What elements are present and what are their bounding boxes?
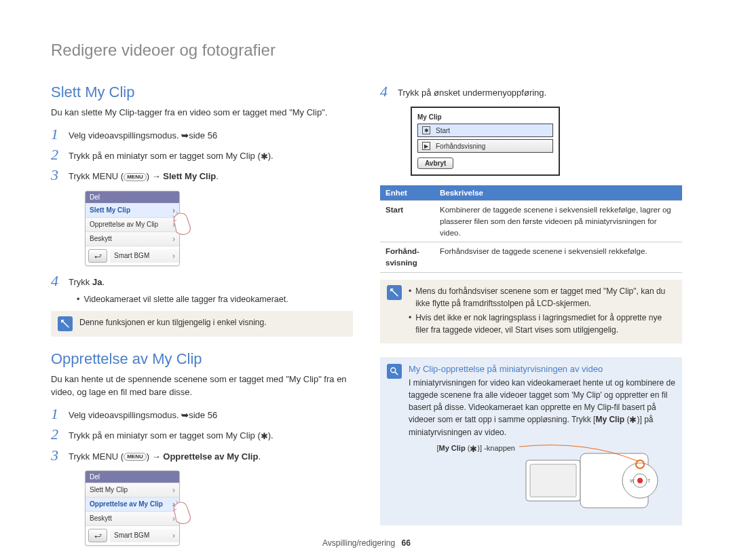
svg-rect-3 bbox=[530, 464, 576, 497]
table-cell-key: Forhånd­svisning bbox=[380, 242, 434, 272]
myclip-button-label: [My Clip (✱)] -knappen bbox=[436, 444, 515, 454]
screen-row-start: ✱ Start bbox=[417, 124, 553, 137]
info-box: My Clip-opprettelse på miniatyrvisningen… bbox=[380, 357, 682, 526]
screen-row-label: Forhåndsvisning bbox=[436, 143, 485, 150]
step-number: 2 bbox=[51, 426, 63, 443]
play-icon: ▶ bbox=[422, 142, 430, 150]
step: 1Velg videoavspillingsmodus. ➥side 56 bbox=[51, 126, 353, 143]
table-cell-value: Kombinerer de taggede scenene i sekvensi… bbox=[434, 201, 682, 242]
menu-item: Opprettelse av My Clip› bbox=[86, 218, 179, 232]
step: 2Trykk på en miniatyr som er tagget som … bbox=[51, 426, 353, 443]
menu-item-label: Smart BGM bbox=[114, 252, 149, 259]
menu-item: Beskytt› bbox=[86, 232, 179, 246]
two-column-layout: Slett My Clip Du kan slette My Clip-tagg… bbox=[51, 83, 682, 553]
step-text: Velg videoavspillingsmodus. ➥side 56 bbox=[69, 406, 217, 422]
menu-item-label: Slett My Clip bbox=[90, 206, 130, 214]
step: 2Trykk på en miniatyr som er tagget som … bbox=[51, 147, 353, 163]
step-text: Trykk Ja. bbox=[69, 273, 105, 289]
table-cell-key: Start bbox=[380, 201, 434, 242]
note-list-item: •Mens du forhåndsviser scenene som er ta… bbox=[409, 285, 675, 310]
step-text: Trykk MENU (MENU) → Opprettelse av My Cl… bbox=[69, 447, 261, 464]
note-box-right: •Mens du forhåndsviser scenene som er ta… bbox=[380, 280, 682, 343]
menu-item-label: Opprettelse av My Clip bbox=[90, 500, 163, 508]
note-list-item: •Hvis det ikke er nok lagringsplass i la… bbox=[409, 312, 675, 336]
step-number: 4 bbox=[380, 83, 392, 100]
step-text: Trykk på en miniatyr som er tagget som M… bbox=[69, 426, 274, 443]
page-footer: Avspilling/redigering 66 bbox=[0, 538, 733, 548]
menu-item: Beskytt› bbox=[86, 512, 179, 526]
bullet-dot-icon: • bbox=[409, 312, 411, 336]
step-number: 4 bbox=[51, 273, 63, 289]
svg-point-7 bbox=[637, 478, 643, 483]
menu-header: Del bbox=[86, 471, 179, 483]
step: 3Trykk MENU (MENU) → Slett My Clip. bbox=[51, 167, 353, 183]
screen-row-label: Start bbox=[436, 127, 450, 134]
svg-text:T: T bbox=[647, 479, 651, 483]
menu-item: Opprettelse av My Clip› bbox=[86, 498, 179, 512]
table-cell-value: Forhåndsviser de taggede scenene i sekve… bbox=[434, 242, 682, 272]
step-text: Velg videoavspillingsmodus. ➥side 56 bbox=[69, 126, 217, 143]
note-text: Denne funksjonen er kun tilgjengelig i e… bbox=[79, 316, 267, 329]
step-text: Trykk på en miniatyr som er tagget som M… bbox=[69, 147, 274, 163]
svg-point-0 bbox=[391, 367, 396, 372]
menu-header: Del bbox=[86, 191, 179, 204]
note-box-slett: Denne funksjonen er kun tilgjengelig i e… bbox=[51, 311, 353, 337]
table-row: StartKombinerer de taggede scenene i sek… bbox=[380, 201, 682, 242]
svg-line-1 bbox=[395, 371, 398, 374]
menu-item: Slett My Clip› bbox=[86, 483, 179, 498]
table-header-desc: Beskrivelse bbox=[434, 185, 682, 201]
menu-item-label: Beskytt bbox=[90, 235, 112, 242]
screen-cancel-button: Avbryt bbox=[417, 157, 453, 169]
menu-item: Smart BGM› bbox=[110, 249, 179, 263]
menu-item-label: Opprettelse av My Clip bbox=[90, 221, 158, 228]
chevron-right-icon: › bbox=[172, 485, 175, 495]
svg-text:W: W bbox=[630, 479, 635, 483]
magnifier-icon bbox=[387, 364, 402, 379]
step-4-right: 4 Trykk på ønsket undermenyoppføring. bbox=[380, 83, 682, 100]
step-text: Trykk på ønsket undermenyoppføring. bbox=[398, 83, 546, 100]
section-title-slett: Slett My Clip bbox=[51, 83, 353, 101]
description-table: Enhet Beskrivelse StartKombinerer de tag… bbox=[380, 185, 682, 272]
step-number: 1 bbox=[51, 406, 63, 422]
bullet-slett: • Videokameraet vil slette alle tagger f… bbox=[77, 293, 353, 306]
tag-icon: ✱ bbox=[422, 126, 430, 134]
step-number: 1 bbox=[51, 126, 63, 143]
back-button: ⮐ bbox=[88, 249, 107, 263]
right-column: 4 Trykk på ønsket undermenyoppføring. My… bbox=[380, 83, 682, 553]
camcorder-illustration: W T bbox=[519, 444, 675, 519]
note-icon bbox=[58, 316, 73, 331]
page-title: Redigere videoer og fotografier bbox=[51, 41, 682, 60]
intro-slett: Du kan slette My Clip-tagger fra en vide… bbox=[51, 107, 353, 119]
bullet-text: Videokameraet vil slette alle tagger fra… bbox=[83, 293, 288, 306]
menu-screenshot-slett: DelSlett My Clip›Opprettelse av My Clip›… bbox=[85, 191, 180, 266]
info-body-text: I miniatyrvisningen for video kan videok… bbox=[409, 377, 675, 439]
note-icon bbox=[387, 285, 402, 300]
note-list: •Mens du forhåndsviser scenene som er ta… bbox=[409, 285, 675, 338]
menu-item-label: Beskytt bbox=[90, 515, 112, 522]
screen-myclip: My Clip ✱ Start ▶ Forhåndsvisning Avbryt bbox=[411, 107, 560, 176]
table-header-unit: Enhet bbox=[380, 185, 434, 201]
step-number: 3 bbox=[51, 167, 63, 183]
step: 3Trykk MENU (MENU) → Opprettelse av My C… bbox=[51, 447, 353, 464]
chevron-right-icon: › bbox=[172, 251, 175, 261]
bullet-dot-icon: • bbox=[409, 285, 411, 310]
info-title: My Clip-opprettelse på miniatyrvisningen… bbox=[409, 364, 675, 374]
hand-pointer-icon bbox=[168, 205, 202, 239]
intro-opprett: Du kan hente ut de spennende scenene som… bbox=[51, 373, 353, 399]
bullet-dot-icon: • bbox=[77, 293, 79, 306]
step-text: Trykk MENU (MENU) → Slett My Clip. bbox=[69, 167, 219, 183]
screen-title: My Clip bbox=[417, 113, 553, 121]
menu-item: Slett My Clip› bbox=[86, 204, 179, 218]
note-item-text: Mens du forhåndsviser scenene som er tag… bbox=[415, 285, 675, 310]
footer-page-number: 66 bbox=[402, 538, 411, 548]
step-number: 2 bbox=[51, 147, 63, 163]
menu-screenshot-opprett: DelSlett My Clip›Opprettelse av My Clip›… bbox=[85, 470, 180, 546]
footer-section: Avspilling/redigering bbox=[322, 538, 395, 548]
step-number: 3 bbox=[51, 447, 63, 464]
menu-item-label: Slett My Clip bbox=[90, 486, 128, 493]
hand-pointer-icon bbox=[168, 494, 202, 528]
step-4-slett: 4 Trykk Ja. bbox=[51, 273, 353, 289]
left-column: Slett My Clip Du kan slette My Clip-tagg… bbox=[51, 83, 353, 553]
table-row: Forhånd­svisningForhåndsviser de taggede… bbox=[380, 242, 682, 272]
screen-row-preview: ▶ Forhåndsvisning bbox=[417, 139, 553, 153]
